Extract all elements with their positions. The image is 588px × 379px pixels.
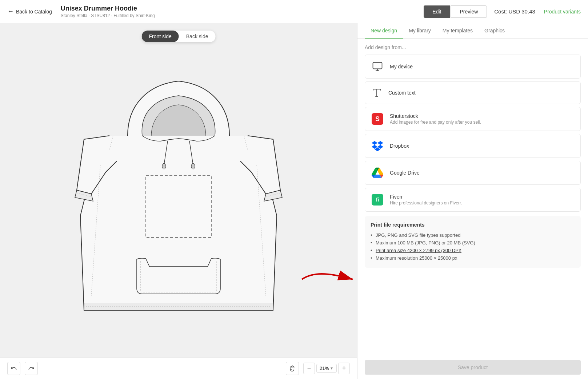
zoom-level: 21% bbox=[320, 366, 329, 371]
edit-preview-toggle: Edit Preview bbox=[424, 5, 487, 18]
print-req-item-3: Maximum resolution 25000 × 25000 px bbox=[371, 254, 575, 262]
print-req-item-1: Maximum 100 MB (JPG, PNG) or 20 MB (SVG) bbox=[371, 239, 575, 247]
back-to-catalog-label: Back to Catalog bbox=[16, 9, 52, 15]
svg-point-2 bbox=[162, 163, 166, 169]
zoom-controls: − 21% ▼ + bbox=[303, 363, 350, 374]
svg-rect-4 bbox=[146, 176, 211, 238]
svg-point-3 bbox=[191, 163, 195, 169]
zoom-display[interactable]: 21% ▼ bbox=[316, 364, 337, 373]
shutterstock-icon: S bbox=[371, 112, 384, 125]
side-toggle: Front side Back side bbox=[142, 31, 216, 42]
source-google-drive[interactable]: Google Drive bbox=[365, 161, 581, 185]
print-requirements: Print file requirements JPG, PNG and SVG… bbox=[365, 216, 581, 268]
source-shutterstock[interactable]: S Shutterstock Add images for free and p… bbox=[365, 107, 581, 131]
source-fiverr[interactable]: fi Fiverr Hire professional designers on… bbox=[365, 188, 581, 212]
source-dropbox[interactable]: Dropbox bbox=[365, 134, 581, 158]
back-to-catalog-link[interactable]: ← Back to Catalog bbox=[7, 8, 52, 15]
tab-my-library[interactable]: My library bbox=[403, 23, 437, 39]
redo-button[interactable] bbox=[25, 362, 38, 375]
fiverr-icon: fi bbox=[371, 193, 384, 206]
print-req-item-2: Print area size 4200 × 2799 px (300 DPI) bbox=[371, 247, 575, 254]
product-info: Unisex Drummer Hoodie Stanley Stella · S… bbox=[61, 5, 424, 18]
dropbox-icon bbox=[371, 139, 384, 152]
custom-text-icon bbox=[371, 87, 383, 99]
source-fiverr-text: Fiverr Hire professional designers on Fi… bbox=[390, 194, 575, 206]
source-custom-text-title: Custom text bbox=[388, 90, 575, 96]
svg-rect-5 bbox=[373, 63, 382, 69]
source-shutterstock-title: Shutterstock bbox=[390, 113, 575, 119]
source-fiverr-title: Fiverr bbox=[390, 194, 575, 200]
tab-graphics[interactable]: Graphics bbox=[479, 23, 511, 39]
panel-content: Add design from... My device bbox=[357, 39, 588, 356]
bottom-toolbar: − 21% ▼ + bbox=[0, 357, 357, 379]
zoom-out-button[interactable]: − bbox=[303, 363, 315, 374]
hoodie-canvas bbox=[0, 23, 357, 357]
source-dropbox-text: Dropbox bbox=[390, 143, 575, 149]
save-product-button[interactable]: Save product bbox=[365, 360, 581, 375]
product-subtitle: Stanley Stella · STSU812 · Fulfilled by … bbox=[61, 13, 424, 18]
source-shutterstock-text: Shutterstock Add images for free and pay… bbox=[390, 113, 575, 125]
source-my-device-text: My device bbox=[390, 64, 575, 69]
tab-my-templates[interactable]: My templates bbox=[437, 23, 479, 39]
preview-button[interactable]: Preview bbox=[451, 5, 487, 18]
edit-button[interactable]: Edit bbox=[424, 5, 450, 18]
zoom-in-button[interactable]: + bbox=[338, 363, 350, 374]
zoom-chevron-icon: ▼ bbox=[330, 366, 333, 370]
panel-tabs: New design My library My templates Graph… bbox=[357, 23, 588, 39]
hoodie-illustration bbox=[73, 63, 284, 318]
canvas-area: Front side Back side bbox=[0, 23, 357, 379]
source-shutterstock-subtitle: Add images for free and pay only after y… bbox=[390, 120, 575, 125]
hand-tool-button[interactable] bbox=[286, 362, 299, 375]
source-dropbox-title: Dropbox bbox=[390, 143, 575, 149]
cost-display: Cost: USD 30.43 bbox=[494, 8, 535, 15]
right-panel: New design My library My templates Graph… bbox=[357, 23, 588, 379]
google-drive-icon bbox=[371, 166, 384, 179]
front-side-button[interactable]: Front side bbox=[142, 31, 179, 42]
main-content: Front side Back side bbox=[0, 23, 588, 379]
source-google-drive-title: Google Drive bbox=[390, 170, 575, 176]
source-fiverr-subtitle: Hire professional designers on Fiverr. bbox=[390, 200, 575, 206]
my-device-icon bbox=[371, 60, 384, 73]
print-req-title: Print file requirements bbox=[371, 222, 575, 228]
source-google-drive-text: Google Drive bbox=[390, 170, 575, 176]
back-arrow-icon: ← bbox=[7, 8, 14, 15]
add-design-label: Add design from... bbox=[365, 44, 581, 50]
source-custom-text-text: Custom text bbox=[388, 90, 575, 96]
source-my-device-title: My device bbox=[390, 64, 575, 69]
undo-button[interactable] bbox=[7, 362, 20, 375]
tab-new-design[interactable]: New design bbox=[365, 23, 403, 39]
header: ← Back to Catalog Unisex Drummer Hoodie … bbox=[0, 0, 588, 23]
product-title: Unisex Drummer Hoodie bbox=[61, 5, 424, 12]
source-custom-text[interactable]: Custom text bbox=[365, 81, 581, 104]
print-req-list: JPG, PNG and SVG file types supported Ma… bbox=[371, 231, 575, 262]
source-my-device[interactable]: My device bbox=[365, 55, 581, 79]
print-req-item-0: JPG, PNG and SVG file types supported bbox=[371, 231, 575, 239]
product-variants-link[interactable]: Product variants bbox=[544, 9, 581, 15]
back-side-button[interactable]: Back side bbox=[179, 31, 216, 42]
